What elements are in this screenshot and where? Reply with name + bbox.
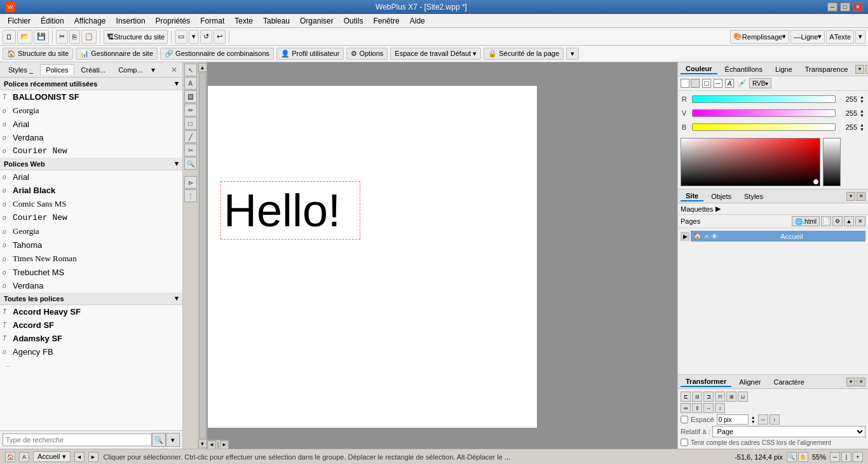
hand-tool-btn[interactable]: ✋ xyxy=(798,452,808,462)
font-item-georgia-r[interactable]: o Georgia xyxy=(0,104,182,118)
more-tools-btn[interactable]: ⋮ xyxy=(184,189,197,202)
minimize-button[interactable]: ─ xyxy=(827,3,837,11)
dist-v-btn[interactable]: ⇕ xyxy=(692,403,702,413)
hscroll-bar[interactable]: ◄ ► xyxy=(207,440,229,449)
black-swatch[interactable] xyxy=(823,138,841,186)
close-button[interactable]: ✕ xyxy=(853,3,863,11)
tab-transformer[interactable]: Transformer xyxy=(681,377,731,387)
font-item-courier-w[interactable]: o Courier New xyxy=(0,211,182,224)
undo-btn[interactable]: ↩ xyxy=(214,30,226,44)
search-btn[interactable]: 🔍 xyxy=(152,433,166,447)
more-icon[interactable]: ▾ xyxy=(150,65,156,74)
espace-h-btn[interactable]: ↔ xyxy=(758,414,768,425)
color-panel-close-btn[interactable]: ✕ xyxy=(865,65,868,74)
text-tool[interactable]: A xyxy=(184,77,197,90)
menu-tableau[interactable]: Tableau xyxy=(258,15,295,27)
hello-textbox[interactable]: Hello! xyxy=(220,181,360,240)
font-item-tahoma[interactable]: o Tahoma xyxy=(0,238,182,252)
align-right-btn[interactable]: ⊐ xyxy=(703,392,714,402)
site-panel-close-btn[interactable]: ✕ xyxy=(857,192,865,201)
search-clear-btn[interactable]: ▾ xyxy=(166,433,180,447)
font-item-verdana-r[interactable]: o Verdana xyxy=(0,131,182,144)
font-item-accord-heavy[interactable]: T Accord Heavy SF xyxy=(0,305,182,318)
scroll-down-btn[interactable]: ▼ xyxy=(198,439,207,448)
same-h-btn[interactable]: ↕ xyxy=(715,403,725,413)
color-panel-collapse-btn[interactable]: ▾ xyxy=(855,65,864,74)
copy-btn[interactable]: ⎘ xyxy=(69,30,80,44)
line-btn[interactable]: — Ligne ▾ xyxy=(790,30,825,44)
fill-type-btn[interactable]: □ xyxy=(702,79,711,88)
espace-checkbox[interactable] xyxy=(681,416,688,423)
tab-caractere[interactable]: Caractère xyxy=(768,378,809,386)
font-item-comicsans[interactable]: o Comic Sans MS xyxy=(0,197,182,211)
zoom-slider-btn[interactable]: | xyxy=(841,452,851,462)
image-tool[interactable]: 🖼 xyxy=(184,90,197,103)
eyedropper-btn[interactable]: 💉 xyxy=(736,78,747,88)
panel-close-btn[interactable]: ✕ xyxy=(168,65,180,74)
web-section-arrow[interactable]: ▾ xyxy=(175,160,179,168)
gest-site-btn[interactable]: 📊 Gestionnaire de site xyxy=(76,48,158,60)
nav-home-btn[interactable]: 🏠 xyxy=(5,452,15,462)
select-tool[interactable]: ↖ xyxy=(184,64,197,76)
zoom-plus-btn[interactable]: + xyxy=(853,452,863,462)
css-checkbox[interactable] xyxy=(681,439,688,446)
espace-input[interactable] xyxy=(717,414,749,425)
menu-fichier[interactable]: Fichier xyxy=(3,15,36,27)
gradient-picker[interactable] xyxy=(681,138,820,186)
menu-organiser[interactable]: Organiser xyxy=(295,15,339,27)
add-page-btn[interactable]: 📄 xyxy=(821,216,831,226)
gest-comb-btn[interactable]: 🔗 Gestionnaire de combinaisons xyxy=(160,48,274,60)
menu-aide[interactable]: Aide xyxy=(405,15,430,27)
text-color-btn[interactable]: A xyxy=(725,79,734,88)
b-slider[interactable] xyxy=(692,123,836,131)
options-btn[interactable]: ⚙ Options xyxy=(346,48,388,60)
breadcrumb-accueil-btn[interactable]: Accueil ▾ xyxy=(33,451,71,462)
font-item-balloonist[interactable]: T BALLOONIST SF xyxy=(0,90,182,104)
nav-arrow-btn[interactable]: A xyxy=(19,452,29,462)
arrow-btn[interactable]: ▾ xyxy=(189,30,199,44)
tab-styles[interactable]: Styles xyxy=(739,192,768,201)
r-slider[interactable] xyxy=(692,95,836,103)
draw-tool[interactable]: ✏ xyxy=(184,104,197,116)
font-item-arial-r[interactable]: o Arial xyxy=(0,118,182,131)
scroll-up-btn[interactable]: ▲ xyxy=(198,63,207,72)
page-up-btn[interactable]: ▲ xyxy=(844,216,854,226)
font-item-arialblack[interactable]: o Arial Black xyxy=(0,184,182,197)
espace-v-btn[interactable]: ↕ xyxy=(770,414,780,425)
next-page-btn[interactable]: ► xyxy=(88,452,98,462)
tab-couleur[interactable]: Couleur xyxy=(681,64,717,74)
tab-comp[interactable]: Comp... xyxy=(112,64,149,75)
r-spinner[interactable]: ▲▼ xyxy=(860,95,864,104)
same-w-btn[interactable]: ↔ xyxy=(703,403,714,413)
font-item-courier-r[interactable]: o Courier New xyxy=(0,144,182,158)
tab-transparence[interactable]: Transparence xyxy=(800,65,853,74)
align-bottom-btn[interactable]: ⊔ xyxy=(738,392,748,402)
save-btn[interactable]: 💾 xyxy=(34,30,49,44)
zoom-tool[interactable]: 🔍 xyxy=(184,157,197,170)
espace-spinner[interactable]: ▲▼ xyxy=(751,415,756,424)
line-tool[interactable]: ╱ xyxy=(184,130,197,143)
tab-site[interactable]: Site xyxy=(681,191,703,201)
menu-fenetre[interactable]: Fenêtre xyxy=(368,15,404,27)
more-btn[interactable]: ▾ xyxy=(855,30,865,44)
page-delete-btn[interactable]: ✕ xyxy=(855,216,865,226)
open-btn[interactable]: 📂 xyxy=(17,30,32,44)
bg-color-box[interactable] xyxy=(691,79,700,88)
site-panel-collapse-btn[interactable]: ▾ xyxy=(846,192,855,201)
page-expand-btn[interactable]: ▶ xyxy=(681,232,689,241)
tab-aligner[interactable]: Aligner xyxy=(734,378,766,386)
menu-edition[interactable]: Édition xyxy=(36,15,69,27)
font-item-arial-w[interactable]: o Arial xyxy=(0,170,182,184)
fill-btn[interactable]: 🎨 Remplissage ▾ xyxy=(730,30,790,44)
rotate-btn[interactable]: ↺ xyxy=(200,30,212,44)
font-item-agency[interactable]: o Agency FB xyxy=(0,345,182,358)
v-spinner[interactable]: ▲▼ xyxy=(860,109,864,118)
all-section-arrow[interactable]: ▾ xyxy=(175,294,179,303)
tab-styles[interactable]: Styles _ xyxy=(3,64,39,75)
menu-outils[interactable]: Outils xyxy=(339,15,369,27)
tab-polices[interactable]: Polices xyxy=(40,64,74,75)
prev-page-btn[interactable]: ◄ xyxy=(74,452,85,462)
align-center-v-btn[interactable]: ⊞ xyxy=(726,392,736,402)
dist-h-btn[interactable]: ⇔ xyxy=(681,403,691,413)
search-input[interactable] xyxy=(3,433,152,446)
